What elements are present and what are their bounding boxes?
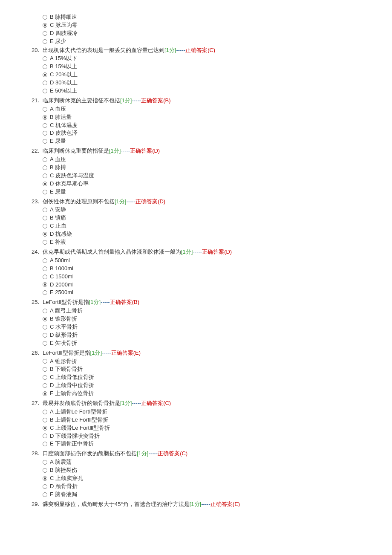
option-row[interactable]: A 500ml: [43, 257, 392, 264]
radio-icon[interactable]: [43, 290, 47, 295]
option-row[interactable]: E 上颌骨高位骨折: [43, 390, 392, 397]
radio-icon[interactable]: [43, 107, 47, 112]
radio-icon[interactable]: [43, 89, 47, 93]
radio-icon[interactable]: [43, 266, 47, 271]
radio-icon[interactable]: [43, 190, 47, 194]
option-row[interactable]: E 50%以上: [43, 87, 392, 95]
option-row[interactable]: B 锥形骨折: [43, 315, 392, 323]
radio-icon[interactable]: [43, 468, 47, 473]
option-row[interactable]: D 30%以上: [43, 79, 392, 87]
option-row[interactable]: C 1500ml: [43, 273, 392, 280]
radio-icon[interactable]: [43, 31, 47, 36]
radio-icon[interactable]: [43, 81, 47, 85]
option-row[interactable]: A 锥形骨折: [43, 358, 392, 365]
option-row[interactable]: C 上颌窦穿孔: [43, 475, 392, 482]
radio-icon[interactable]: [43, 216, 47, 220]
option-row[interactable]: A 15%以下: [43, 55, 392, 62]
option-row[interactable]: E 尿量: [43, 188, 392, 196]
option-row[interactable]: E 尿量: [43, 138, 392, 145]
radio-icon[interactable]: [43, 460, 47, 465]
option-row[interactable]: E 矢状骨折: [43, 340, 392, 347]
radio-icon[interactable]: [43, 309, 47, 313]
radio-icon[interactable]: [43, 418, 47, 422]
radio-icon[interactable]: [43, 139, 47, 144]
radio-icon[interactable]: [43, 208, 47, 212]
radio-icon[interactable]: [43, 56, 47, 61]
radio-icon[interactable]: [43, 359, 47, 364]
radio-icon[interactable]: [43, 258, 47, 263]
option-row[interactable]: B 上颌骨Le FortⅡ型骨折: [43, 416, 392, 424]
radio-icon[interactable]: [43, 442, 47, 446]
option-row[interactable]: C 机体温度: [43, 122, 392, 129]
radio-icon[interactable]: [43, 492, 47, 497]
option-row[interactable]: D 纵形骨折: [43, 332, 392, 339]
radio-icon[interactable]: [43, 39, 47, 44]
radio-icon[interactable]: [43, 23, 47, 28]
radio-icon[interactable]: [43, 410, 47, 414]
radio-icon[interactable]: [43, 275, 47, 279]
option-row[interactable]: C 上颌骨低位骨折: [43, 374, 392, 381]
option-row[interactable]: C 水平骨折: [43, 324, 392, 331]
radio-icon[interactable]: [43, 341, 47, 346]
radio-icon[interactable]: [43, 434, 47, 438]
option-row[interactable]: B 脑挫裂伤: [43, 467, 392, 474]
radio-icon[interactable]: [43, 131, 47, 136]
option-row[interactable]: B 脉搏: [43, 164, 392, 171]
option-row[interactable]: C 脉压为零: [43, 22, 392, 29]
radio-icon[interactable]: [43, 182, 47, 186]
option-row[interactable]: D 皮肤色泽: [43, 130, 392, 137]
radio-icon[interactable]: [43, 224, 47, 228]
option-row[interactable]: E 尿少: [43, 38, 392, 45]
option-row[interactable]: D 上颌骨中位骨折: [43, 382, 392, 389]
option-row[interactable]: E 补液: [43, 239, 392, 246]
option-row[interactable]: A 安静: [43, 206, 392, 214]
correct-answer: 正确答案(C): [185, 47, 215, 53]
option-row[interactable]: E 脑脊液漏: [43, 491, 392, 498]
radio-icon[interactable]: [43, 123, 47, 128]
option-row[interactable]: D 休克早期心率: [43, 180, 392, 188]
option-row[interactable]: A 血压: [43, 156, 392, 163]
option-row[interactable]: D 2000ml: [43, 281, 392, 289]
radio-icon[interactable]: [43, 115, 47, 120]
radio-icon[interactable]: [43, 476, 47, 481]
option-row[interactable]: E 下颌骨正中骨折: [43, 440, 392, 448]
option-row[interactable]: D 颅骨骨折: [43, 483, 392, 490]
radio-icon[interactable]: [43, 325, 47, 330]
radio-icon[interactable]: [43, 157, 47, 162]
radio-icon[interactable]: [43, 64, 47, 69]
option-row[interactable]: B 15%以上: [43, 63, 392, 70]
radio-icon[interactable]: [43, 383, 47, 388]
radio-icon[interactable]: [43, 375, 47, 380]
option-row[interactable]: B 肺活量: [43, 114, 392, 121]
option-row[interactable]: B 下颌骨骨折: [43, 366, 392, 373]
option-row[interactable]: C 20%以上: [43, 71, 392, 78]
option-row[interactable]: B 1000ml: [43, 265, 392, 272]
radio-icon[interactable]: [43, 484, 47, 489]
radio-icon[interactable]: [43, 426, 47, 431]
option-row[interactable]: D 四肢湿冷: [43, 30, 392, 37]
option-row[interactable]: D 下颌骨髁状突骨折: [43, 433, 392, 440]
radio-icon[interactable]: [43, 72, 47, 77]
option-row[interactable]: A 血压: [43, 106, 392, 113]
option-row[interactable]: B 脉搏细速: [43, 14, 392, 21]
option-row[interactable]: A 颧弓上骨折: [43, 307, 392, 315]
radio-icon[interactable]: [43, 165, 47, 170]
question-header: 23.创伤性休克的处理原则不包括[1分]-----正确答案(D): [26, 198, 392, 205]
radio-icon[interactable]: [43, 391, 47, 396]
option-row[interactable]: C 上颌骨Le FortⅢ型骨折: [43, 425, 392, 432]
radio-icon[interactable]: [43, 232, 47, 237]
radio-icon[interactable]: [43, 317, 47, 321]
radio-icon[interactable]: [43, 333, 47, 338]
radio-icon[interactable]: [43, 173, 47, 178]
option-row[interactable]: B 镇痛: [43, 214, 392, 222]
option-row[interactable]: E 2500ml: [43, 289, 392, 296]
option-row[interactable]: C 皮肤色泽与温度: [43, 172, 392, 179]
radio-icon[interactable]: [43, 282, 47, 287]
radio-icon[interactable]: [43, 367, 47, 372]
option-row[interactable]: A 上颌骨Le FortⅠ型骨折: [43, 408, 392, 416]
option-row[interactable]: C 止血: [43, 223, 392, 230]
radio-icon[interactable]: [43, 240, 47, 245]
option-row[interactable]: D 抗感染: [43, 231, 392, 238]
option-row[interactable]: A 脑震荡: [43, 459, 392, 466]
radio-icon[interactable]: [43, 15, 47, 20]
